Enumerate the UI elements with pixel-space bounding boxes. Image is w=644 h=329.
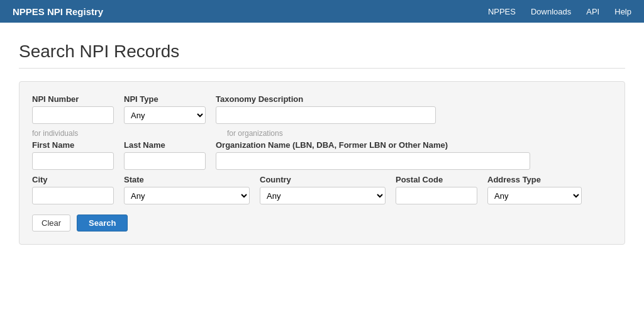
- country-group: Country Any United States Canada Other: [260, 175, 386, 204]
- npi-number-label: NPI Number: [32, 94, 114, 104]
- npi-type-select[interactable]: Any Individual (Type 1) Organization (Ty…: [124, 106, 206, 124]
- form-row-3: City State Any ALAKAZAR CACOCTDE FLGAHII…: [32, 175, 612, 204]
- navbar-links: NPPES Downloads API Help: [488, 7, 631, 16]
- country-select[interactable]: Any United States Canada Other: [260, 187, 386, 204]
- nav-link-nppes[interactable]: NPPES: [488, 7, 516, 16]
- npi-type-group: NPI Type Any Individual (Type 1) Organiz…: [124, 94, 206, 124]
- navbar: NPPES NPI Registry NPPES Downloads API H…: [0, 0, 644, 23]
- clear-button[interactable]: Clear: [32, 215, 70, 231]
- city-input[interactable]: [32, 187, 114, 204]
- city-label: City: [32, 175, 114, 184]
- last-name-group: Last Name: [124, 140, 206, 170]
- first-name-group: First Name: [32, 140, 114, 170]
- country-label: Country: [260, 175, 386, 184]
- last-name-input[interactable]: [124, 152, 206, 170]
- label-individuals: for individuals: [32, 129, 227, 138]
- nav-link-help[interactable]: Help: [614, 7, 631, 16]
- npi-type-label: NPI Type: [124, 94, 206, 104]
- label-organizations: for organizations: [227, 129, 283, 138]
- form-row-1: NPI Number NPI Type Any Individual (Type…: [32, 94, 612, 124]
- npi-number-group: NPI Number: [32, 94, 114, 124]
- org-name-label: Organization Name (LBN, DBA, Former LBN …: [216, 140, 530, 150]
- city-group: City: [32, 175, 114, 204]
- org-name-input[interactable]: [216, 152, 530, 170]
- postal-code-input[interactable]: [396, 187, 477, 204]
- state-select[interactable]: Any ALAKAZAR CACOCTDE FLGAHIID ILINIAKS …: [124, 187, 250, 204]
- npi-number-input[interactable]: [32, 106, 114, 124]
- page-content: Search NPI Records NPI Number NPI Type A…: [0, 23, 644, 257]
- nav-link-api[interactable]: API: [586, 7, 599, 16]
- address-type-select[interactable]: Any Mailing Practice: [487, 187, 582, 204]
- nav-link-downloads[interactable]: Downloads: [531, 7, 571, 16]
- address-type-label: Address Type: [487, 175, 582, 184]
- postal-code-label: Postal Code: [396, 175, 477, 184]
- address-type-group: Address Type Any Mailing Practice: [487, 175, 582, 204]
- first-name-input[interactable]: [32, 152, 114, 170]
- btn-row: Clear Search: [32, 215, 612, 231]
- section-labels-row: for individuals for organizations: [32, 129, 612, 138]
- taxonomy-input[interactable]: [216, 106, 436, 124]
- taxonomy-label: Taxonomy Description: [216, 94, 436, 104]
- form-row-2: First Name Last Name Organization Name (…: [32, 140, 612, 170]
- taxonomy-group: Taxonomy Description: [216, 94, 436, 124]
- navbar-brand[interactable]: NPPES NPI Registry: [13, 6, 103, 17]
- org-name-group: Organization Name (LBN, DBA, Former LBN …: [216, 140, 530, 170]
- search-panel: NPI Number NPI Type Any Individual (Type…: [19, 81, 625, 245]
- page-title: Search NPI Records: [19, 42, 625, 69]
- state-group: State Any ALAKAZAR CACOCTDE FLGAHIID ILI…: [124, 175, 250, 204]
- state-label: State: [124, 175, 250, 184]
- first-name-label: First Name: [32, 140, 114, 150]
- last-name-label: Last Name: [124, 140, 206, 150]
- postal-code-group: Postal Code: [396, 175, 477, 204]
- search-button[interactable]: Search: [77, 215, 128, 231]
